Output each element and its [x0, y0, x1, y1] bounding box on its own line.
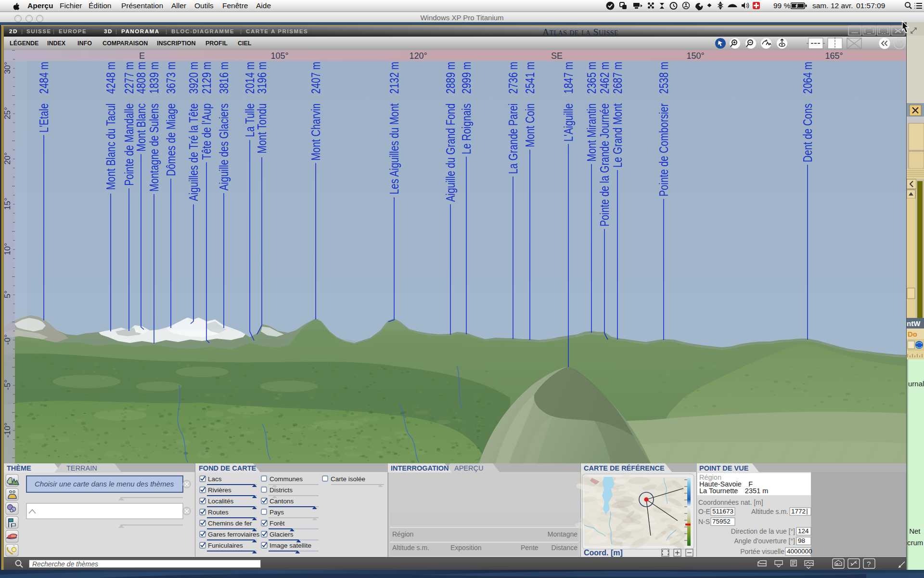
svg-text:165°: 165° — [825, 51, 843, 61]
svg-text:Lacs: Lacs — [208, 475, 222, 483]
svg-text:Pointe de la Grande Journée 2: Pointe de la Grande Journée 2462 m — [598, 62, 611, 226]
svg-text:Pointe de Comborsier 2538 m: Pointe de Comborsier 2538 m — [657, 62, 670, 197]
svg-text:Tête de l'Aup 2129 m: Tête de l'Aup 2129 m — [200, 62, 213, 160]
svg-text:Pays: Pays — [270, 509, 284, 516]
svg-text:120°: 120° — [409, 51, 427, 61]
svg-text:Aiguille du Grand Fond 2889 m: Aiguille du Grand Fond 2889 m — [444, 62, 457, 202]
svg-text:Carte isolée: Carte isolée — [331, 475, 365, 483]
svg-text:Chemins de fer: Chemins de fer — [208, 520, 252, 527]
svg-text:Rivières: Rivières — [208, 486, 231, 494]
svg-text:Dent de Cons 2064 m: Dent de Cons 2064 m — [801, 62, 814, 162]
svg-text:INTERROGATION: INTERROGATION — [391, 464, 449, 472]
svg-text:30°: 30° — [4, 62, 12, 74]
svg-text:-5°: -5° — [4, 380, 12, 390]
svg-text:Dômes de Miage 3673 m: Dômes de Miage 3673 m — [164, 62, 178, 176]
svg-text:-0°: -0° — [4, 334, 12, 345]
svg-text:-10°: -10° — [4, 422, 12, 437]
svg-text:E: E — [139, 51, 145, 61]
svg-text:SE: SE — [551, 51, 563, 61]
svg-text:Forêt: Forêt — [270, 520, 285, 527]
svg-text:Coord. [m]: Coord. [m] — [584, 549, 623, 557]
svg-text:La Tulle 2014 m: La Tulle 2014 m — [243, 62, 257, 137]
svg-text:75952: 75952 — [712, 518, 731, 525]
svg-text:4000000: 4000000 — [787, 548, 812, 555]
svg-text:Do: Do — [908, 330, 917, 338]
svg-text:FOND DE CARTE: FOND DE CARTE — [199, 464, 257, 472]
svg-text:Altitude s.m.: Altitude s.m. — [392, 544, 429, 552]
svg-text:Image satellite: Image satellite — [270, 542, 311, 549]
svg-text:Mont Tondu 3196 m: Mont Tondu 3196 m — [255, 62, 269, 154]
svg-text:Altitude s.m.: Altitude s.m. — [751, 508, 788, 515]
svg-text:Le Grand Mont 2687 m: Le Grand Mont 2687 m — [611, 62, 624, 168]
svg-text:Montagne: Montagne — [548, 530, 578, 538]
svg-text:O-E: O-E — [698, 508, 710, 515]
svg-text:Pente: Pente — [521, 544, 539, 552]
svg-text:Portée visuelle: Portée visuelle — [740, 548, 784, 555]
svg-text:Mont Coin 2541 m: Mont Coin 2541 m — [523, 62, 537, 147]
svg-text:Les Aiguilles du Mont 2132 m: Les Aiguilles du Mont 2132 m — [387, 62, 401, 195]
svg-text:Pointe de Mandalle 2277 m: Pointe de Mandalle 2277 m — [122, 62, 136, 186]
svg-text:N-S: N-S — [698, 518, 710, 525]
svg-text:Cantons: Cantons — [270, 498, 294, 505]
svg-text:La Tournette 2351 m: La Tournette 2351 m — [699, 487, 768, 495]
svg-text:Mont Mirantin 2365 m: Mont Mirantin 2365 m — [585, 62, 598, 162]
svg-text:Angle d'ouverture [°]: Angle d'ouverture [°] — [734, 537, 795, 545]
svg-text:ntW: ntW — [907, 319, 921, 328]
svg-text:98: 98 — [798, 537, 805, 544]
svg-text:Mont Charvin 2407 m: Mont Charvin 2407 m — [309, 62, 322, 161]
svg-text:Localités: Localités — [208, 498, 234, 505]
svg-text:?: ? — [867, 560, 871, 568]
svg-text:5°: 5° — [4, 290, 12, 298]
svg-text:urnal: urnal — [908, 380, 924, 388]
svg-text:Communes: Communes — [270, 475, 303, 483]
svg-text:Gares ferroviaires: Gares ferroviaires — [208, 531, 260, 538]
svg-text:105°: 105° — [270, 51, 288, 61]
svg-text:Funiculaires: Funiculaires — [208, 542, 243, 549]
svg-text:crum: crum — [907, 539, 923, 547]
svg-text:POINT DE VUE: POINT DE VUE — [699, 464, 749, 472]
svg-text:APERÇU: APERÇU — [454, 464, 483, 472]
svg-text:Districts: Districts — [270, 486, 293, 494]
svg-text:THÈME: THÈME — [7, 464, 31, 472]
svg-text:Choisir une carte dans le menu: Choisir une carte dans le menu des thème… — [35, 480, 174, 488]
svg-text:Exposition: Exposition — [450, 544, 482, 552]
svg-text:Montagne de Sulens 1839 m: Montagne de Sulens 1839 m — [147, 62, 161, 192]
svg-text:20°: 20° — [4, 152, 12, 165]
svg-text:La Grande Parei 2736 m: La Grande Parei 2736 m — [506, 62, 520, 174]
svg-text:Région: Région — [392, 530, 413, 538]
svg-text:10°: 10° — [4, 243, 12, 255]
svg-text:Le Roignais 2999 m: Le Roignais 2999 m — [460, 62, 473, 154]
svg-text:150°: 150° — [686, 51, 704, 61]
svg-text:TERRAIN: TERRAIN — [66, 464, 97, 472]
svg-text:Mont Blanc 4808 m: Mont Blanc 4808 m — [134, 62, 148, 152]
svg-text:Direction de la vue [°]: Direction de la vue [°] — [731, 527, 795, 535]
svg-text:Net: Net — [907, 527, 921, 535]
svg-text:Coordonnées nat. [m]: Coordonnées nat. [m] — [698, 499, 763, 506]
svg-text:Mont Blanc du Tacul 4248 m: Mont Blanc du Tacul 4248 m — [104, 62, 117, 190]
svg-text:25°: 25° — [4, 107, 12, 119]
svg-text:Aiguille des Glaciers 3816 m: Aiguille des Glaciers 3816 m — [217, 62, 231, 191]
svg-text:Distance: Distance — [552, 544, 578, 552]
svg-text:Aiguilles de Tré la Tête 3920: Aiguilles de Tré la Tête 3920 m — [187, 62, 200, 201]
svg-text:L'Etale 2484 m: L'Etale 2484 m — [37, 62, 51, 132]
svg-text:124: 124 — [798, 527, 809, 535]
svg-text:511673: 511673 — [712, 508, 733, 515]
svg-text:Glaciers: Glaciers — [270, 531, 294, 538]
svg-text:CARTE DE RÉFÉRENCE: CARTE DE RÉFÉRENCE — [584, 464, 665, 472]
svg-text:Routes: Routes — [208, 509, 229, 516]
svg-text:15°: 15° — [4, 197, 12, 210]
svg-text:L'Aiguille 1847 m: L'Aiguille 1847 m — [562, 62, 575, 142]
svg-text:1772: 1772 — [791, 508, 806, 515]
